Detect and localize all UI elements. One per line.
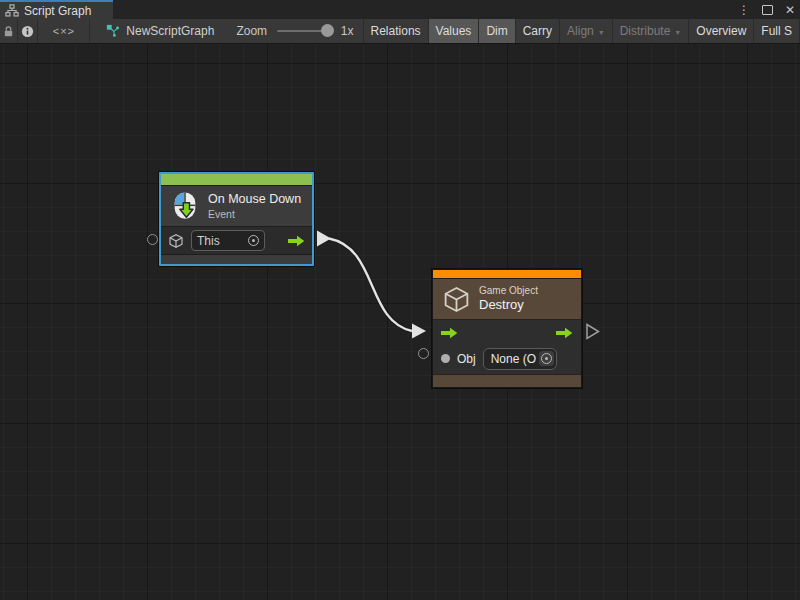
hierarchy-icon bbox=[5, 4, 19, 17]
game-object-cube-icon bbox=[168, 233, 184, 249]
control-output-port[interactable] bbox=[556, 327, 573, 339]
chevron-down-icon: ▼ bbox=[598, 27, 605, 36]
tab-bar: Script Graph ⋮ ✕ bbox=[0, 0, 800, 19]
script-graph-window: Script Graph ⋮ ✕ bbox=[0, 0, 800, 600]
toolbar-button-relations[interactable]: Relations bbox=[363, 19, 428, 43]
node-footer bbox=[161, 254, 312, 264]
code-icon: <×> bbox=[53, 25, 75, 37]
node-destroy[interactable]: Game Object Destroy Obj No bbox=[432, 269, 582, 388]
toolbar-button-dim[interactable]: Dim bbox=[478, 19, 514, 43]
chevron-down-icon: ▼ bbox=[674, 27, 681, 36]
wire-end-arrow bbox=[412, 324, 426, 339]
info-icon bbox=[21, 25, 34, 38]
info-button[interactable] bbox=[18, 19, 38, 43]
tab-script-graph[interactable]: Script Graph bbox=[0, 0, 113, 19]
node-body: This bbox=[161, 227, 312, 254]
toolbar-button-carry[interactable]: Carry bbox=[515, 19, 559, 43]
script-graph-icon bbox=[106, 24, 120, 38]
graph-canvas[interactable]: On Mouse Down Event This bbox=[0, 44, 800, 600]
value-input-port[interactable] bbox=[441, 354, 450, 363]
lock-icon bbox=[2, 25, 15, 38]
zoom-slider-handle[interactable] bbox=[321, 24, 334, 37]
graph-name: NewScriptGraph bbox=[126, 24, 214, 38]
toolbar-button-align[interactable]: Align ▼ bbox=[559, 19, 612, 43]
graph-toolbar: <×> NewScriptGraph Zoom 1x Relations Val… bbox=[0, 19, 800, 44]
node-title: On Mouse Down bbox=[208, 192, 301, 208]
port-label: Obj bbox=[457, 352, 476, 366]
control-output-port-outer bbox=[587, 325, 599, 339]
toolbar-buttons: Relations Values Dim Carry Align ▼ Distr… bbox=[363, 19, 800, 43]
object-value-field[interactable]: None (O bbox=[483, 348, 557, 370]
category-accent-bar bbox=[433, 270, 581, 278]
zoom-label: Zoom bbox=[236, 24, 267, 38]
node-title: Destroy bbox=[479, 297, 538, 313]
game-object-cube-icon bbox=[442, 285, 471, 314]
mouse-down-icon bbox=[170, 191, 200, 221]
node-header: Game Object Destroy bbox=[433, 278, 581, 320]
event-accent-bar bbox=[161, 174, 312, 185]
maximize-icon[interactable] bbox=[762, 5, 773, 15]
tab-label: Script Graph bbox=[24, 4, 91, 18]
wire-start-arrow bbox=[317, 231, 331, 247]
object-picker-icon[interactable] bbox=[248, 235, 259, 246]
graph-breadcrumb[interactable]: NewScriptGraph bbox=[106, 19, 214, 43]
node-on-mouse-down[interactable]: On Mouse Down Event This bbox=[159, 172, 314, 266]
node-subtitle: Event bbox=[208, 208, 301, 221]
zoom-value: 1x bbox=[341, 24, 354, 38]
control-input-port[interactable] bbox=[441, 327, 458, 339]
control-output-port[interactable] bbox=[288, 235, 305, 247]
toolbar-button-overview[interactable]: Overview bbox=[688, 19, 753, 43]
toolbar-button-fullscreen[interactable]: Full S bbox=[753, 19, 800, 43]
code-view-button[interactable]: <×> bbox=[38, 19, 90, 43]
node-category: Game Object bbox=[479, 284, 538, 297]
toolbar-button-values[interactable]: Values bbox=[428, 19, 479, 43]
object-picker-icon[interactable] bbox=[539, 351, 554, 366]
window-controls: ⋮ ✕ bbox=[738, 0, 795, 19]
node-footer bbox=[433, 374, 581, 387]
close-icon[interactable]: ✕ bbox=[785, 4, 795, 16]
connection-wire bbox=[0, 44, 800, 600]
node-body: Obj None (O bbox=[433, 320, 581, 374]
target-value-field[interactable]: This bbox=[191, 230, 265, 251]
destroy-obj-port[interactable] bbox=[418, 348, 429, 359]
node-header: On Mouse Down Event bbox=[161, 185, 312, 227]
event-target-port[interactable] bbox=[147, 234, 158, 245]
toolbar-button-distribute[interactable]: Distribute ▼ bbox=[612, 19, 689, 43]
zoom-slider[interactable] bbox=[277, 19, 334, 43]
lock-button[interactable] bbox=[0, 19, 18, 43]
menu-icon[interactable]: ⋮ bbox=[738, 4, 750, 16]
